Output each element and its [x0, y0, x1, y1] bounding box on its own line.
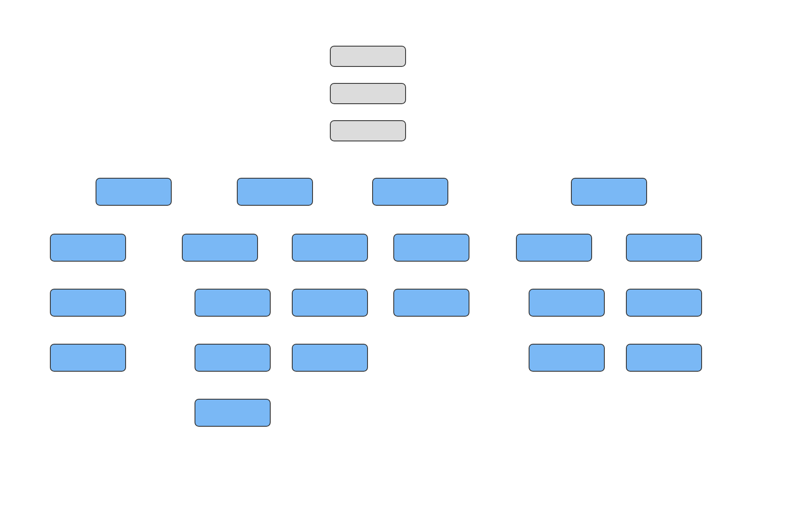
- node-cs-planning: [393, 234, 469, 262]
- node-pb-channel: [626, 344, 702, 372]
- node-operation-department: [292, 234, 368, 262]
- node-shareholders: [330, 46, 406, 67]
- node-marketing-department: [571, 178, 647, 206]
- node-pb-direct: [626, 289, 702, 317]
- node-administrative-center: [237, 178, 313, 206]
- node-hr-recruiting: [195, 344, 271, 372]
- node-hr-training: [195, 289, 271, 317]
- node-products-b: [626, 234, 702, 262]
- node-pa-domestic: [529, 344, 605, 372]
- node-director: [330, 120, 406, 141]
- node-board-of-directors: [330, 83, 406, 104]
- node-hr-salary: [195, 399, 271, 427]
- node-mc-research: [50, 289, 126, 317]
- node-mc-planning: [50, 234, 126, 262]
- node-op-research: [292, 344, 368, 372]
- node-customer-service: [372, 178, 448, 206]
- node-hr-department: [182, 234, 258, 262]
- node-cs-research: [393, 289, 469, 317]
- org-chart: [0, 0, 812, 508]
- node-mc-engineering: [50, 344, 126, 372]
- node-pa-overseas: [529, 289, 605, 317]
- node-market-center: [96, 178, 172, 206]
- node-op-planning: [292, 289, 368, 317]
- node-products-a: [516, 234, 592, 262]
